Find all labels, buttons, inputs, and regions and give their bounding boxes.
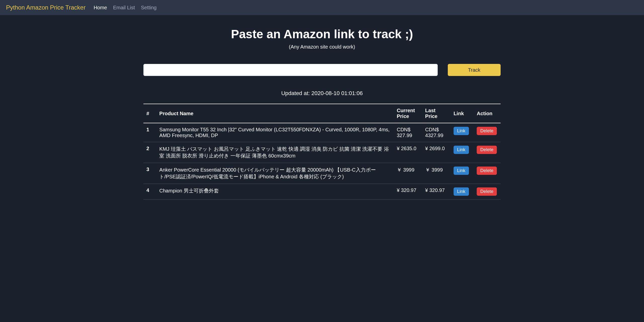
row-num: 4 — [143, 184, 156, 199]
products-table: # Product Name Current Price Last Price … — [143, 104, 501, 199]
row-last-price: ￥ 3999 — [422, 163, 451, 184]
row-action-cell: Delete — [474, 163, 501, 184]
row-last-price: ¥ 2699.0 — [422, 142, 451, 163]
link-button[interactable]: Link — [454, 146, 469, 154]
row-product-name: KMJ 珪藻土 バスマット お風呂マット 足ふきマット 速乾 快適 調湿 消臭 … — [156, 142, 394, 163]
header-last-price: Last Price — [422, 104, 451, 123]
row-link-cell: Link — [451, 163, 474, 184]
row-product-name: Anker PowerCore Essential 20000 (モバイルバッテ… — [156, 163, 394, 184]
header-num: # — [143, 104, 156, 123]
header-current-price: Current Price — [394, 104, 422, 123]
table-row: 1Samsung Monitor T55 32 Inch |32" Curved… — [143, 123, 501, 142]
row-product-name: Samsung Monitor T55 32 Inch |32" Curved … — [156, 123, 394, 142]
header-link: Link — [451, 104, 474, 123]
row-last-price: ¥ 320.97 — [422, 184, 451, 199]
nav-links: Home Email List Setting — [94, 5, 156, 11]
row-link-cell: Link — [451, 123, 474, 142]
link-button[interactable]: Link — [454, 167, 469, 175]
row-action-cell: Delete — [474, 123, 501, 142]
row-current-price: ￥ 3999 — [394, 163, 422, 184]
nav-setting[interactable]: Setting — [141, 5, 156, 11]
header-name: Product Name — [156, 104, 394, 123]
table-row: 2KMJ 珪藻土 バスマット お風呂マット 足ふきマット 速乾 快適 調湿 消臭… — [143, 142, 501, 163]
link-button[interactable]: Link — [454, 187, 469, 196]
row-num: 2 — [143, 142, 156, 163]
navbar: Python Amazon Price Tracker Home Email L… — [0, 0, 644, 15]
row-product-name: Champion 男士可折叠外套 — [156, 184, 394, 199]
delete-button[interactable]: Delete — [477, 187, 497, 196]
header-action: Action — [474, 104, 501, 123]
row-action-cell: Delete — [474, 184, 501, 199]
brand-title: Python Amazon Price Tracker — [6, 4, 86, 11]
amazon-link-input[interactable] — [143, 64, 438, 76]
delete-button[interactable]: Delete — [477, 146, 497, 154]
link-button[interactable]: Link — [454, 127, 469, 135]
row-current-price: ¥ 2635.0 — [394, 142, 422, 163]
nav-home[interactable]: Home — [94, 5, 107, 11]
row-action-cell: Delete — [474, 142, 501, 163]
delete-button[interactable]: Delete — [477, 127, 497, 135]
nav-email-list[interactable]: Email List — [113, 5, 135, 11]
page-title: Paste an Amazon link to track ;) — [143, 27, 501, 41]
track-button[interactable]: Track — [448, 64, 501, 76]
row-num: 3 — [143, 163, 156, 184]
table-row: 3Anker PowerCore Essential 20000 (モバイルバッ… — [143, 163, 501, 184]
updated-at-label: Updated at: 2020-08-10 01:01:06 — [143, 90, 501, 97]
row-num: 1 — [143, 123, 156, 142]
row-current-price: CDN$ 327.99 — [394, 123, 422, 142]
table-row: 4Champion 男士可折叠外套¥ 320.97¥ 320.97LinkDel… — [143, 184, 501, 199]
row-link-cell: Link — [451, 142, 474, 163]
row-current-price: ¥ 320.97 — [394, 184, 422, 199]
main-container: Paste an Amazon link to track ;) (Any Am… — [138, 15, 506, 199]
page-subtitle: (Any Amazon site could work) — [143, 44, 501, 50]
row-last-price: CDN$ 4327.99 — [422, 123, 451, 142]
track-form: Track — [143, 64, 501, 76]
delete-button[interactable]: Delete — [477, 167, 497, 175]
row-link-cell: Link — [451, 184, 474, 199]
